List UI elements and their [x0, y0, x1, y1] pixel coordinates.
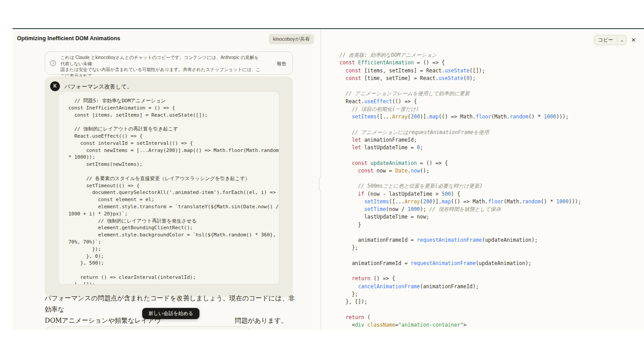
copy-button-group: コピー ⌄	[594, 35, 627, 45]
shared-by-badge: kinocoboyが共有	[269, 34, 314, 44]
code-line: document.querySelectorAll('.animated-ite…	[68, 189, 279, 196]
code-line: animationFrameId = requestAnimationFrame…	[339, 260, 635, 267]
chat-header: Optimizing Inefficient DOM Animations ki…	[13, 29, 321, 49]
code-line: cancelAnimationFrame(animationFrameId);	[339, 283, 635, 290]
code-line	[339, 306, 635, 313]
user-code-block: // 問題5: 非効率なDOMアニメーションconst InefficientA…	[58, 91, 280, 285]
code-line: const [items, setItems] = React.useState…	[339, 67, 635, 75]
code-line: React.useEffect(() => {	[68, 133, 279, 140]
code-line: return () => {	[339, 275, 635, 282]
code-line: // 改善版: 効率的なDOMアニメーション	[339, 51, 635, 59]
code-line: 1000 + i) * 20}px)`;	[68, 210, 279, 218]
code-line: // 項目の初期化(一度だけ)	[339, 105, 635, 113]
code-line: };	[339, 244, 635, 252]
artifact-preview-card[interactable]	[45, 326, 250, 330]
new-chat-button[interactable]: 新しい会話を始める	[142, 308, 199, 319]
code-line: }, []);	[68, 281, 279, 285]
page-title: Optimizing Inefficient DOM Animations	[17, 35, 120, 42]
code-line: let animationFrameId;	[339, 136, 635, 144]
code-line: // 強制的にレイアウトの再計算を引き起こす	[68, 126, 279, 133]
artifact-toolbar: コピー ⌄ ✕	[594, 34, 636, 45]
assistant-line2-post: 問題があります。	[235, 317, 288, 324]
code-line: const element = el;	[68, 196, 279, 203]
chat-panel: Optimizing Inefficient DOM Animations ki…	[13, 29, 321, 330]
code-line: element.style.backgroundColor = `hsl(${M…	[68, 232, 279, 239]
code-line: const newItems = [...Array(200)].map(() …	[68, 147, 279, 154]
code-line: };	[339, 290, 635, 298]
code-line: setTimeout(() => {	[68, 182, 279, 189]
code-line	[339, 175, 635, 182]
code-line: }	[339, 221, 635, 229]
code-line: React.useEffect(() => {	[339, 98, 635, 105]
code-line	[339, 152, 635, 159]
code-line: setItems(newItems);	[68, 161, 279, 168]
code-line: const updateAnimation = () => {	[339, 160, 635, 167]
code-line: });	[68, 246, 279, 253]
code-line: return (	[339, 314, 635, 321]
disclaimer-line: これは Claude とkinocoboyさんとのチャットのコピーです。コンテン…	[60, 55, 262, 67]
code-line: const InefficientAnimation = () => {	[68, 105, 279, 112]
artifact-code-view: // 改善版: 効率的なDOMアニメーションconst EfficientAni…	[339, 51, 635, 330]
screenshot-canvas: Optimizing Inefficient DOM Animations ki…	[0, 0, 644, 362]
code-line: setTime(now / 1000); // 現在時間を状態として保存	[339, 206, 635, 213]
code-line	[68, 118, 279, 126]
code-line	[68, 168, 279, 175]
code-line: const intervalId = setInterval(() => {	[68, 140, 279, 147]
user-message-text: パフォーマンス改善して。	[64, 83, 132, 91]
code-line: }, []);	[339, 298, 635, 306]
info-icon: i	[50, 60, 56, 66]
code-line	[68, 267, 279, 274]
disclaimer-banner: i これは Claude とkinocoboyさんとのチャットのコピーです。コン…	[45, 51, 293, 75]
claude-shared-chat-window: Optimizing Inefficient DOM Animations ki…	[13, 28, 644, 330]
code-line	[339, 267, 635, 275]
code-line	[339, 121, 635, 128]
code-line: // 強制的にレイアウト再計算を発生させる	[68, 218, 279, 225]
code-line: setItems([...Array(200)].map(() => Math.…	[339, 113, 635, 121]
code-line: {items.map((item, index) => (	[339, 329, 635, 330]
copy-button[interactable]: コピー	[594, 35, 618, 45]
code-line	[339, 252, 635, 260]
code-line	[339, 82, 635, 90]
code-line: // 各要素のスタイルを直接変更（レイアウスラッシングを引き起こす）	[68, 175, 279, 182]
artifact-panel: コピー ⌄ ✕ // 改善版: 効率的なDOMアニメーションconst Effi…	[321, 29, 644, 330]
code-line: element.style.transform = `translateY(${…	[68, 203, 279, 210]
code-line: const [time, setTime] = React.useState(0…	[339, 75, 635, 82]
code-line: // アニメーションにはrequestAnimationFrameを使用	[339, 129, 635, 136]
code-line: }, 500);	[68, 260, 279, 267]
avatar: K	[50, 81, 60, 91]
code-line: <div className="animation-container">	[339, 321, 635, 329]
code-line: 70%, 70%)`;	[68, 239, 279, 246]
code-line: animationFrameId = requestAnimationFrame…	[339, 236, 635, 244]
code-line: // 500msごとに色と位置を更新(必要な時だけ更新)	[339, 182, 635, 190]
close-icon[interactable]: ✕	[631, 37, 636, 43]
user-message: K パフォーマンス改善して。 // 問題5: 非効率なDOMアニメーションcon…	[45, 76, 293, 297]
chevron-down-icon[interactable]: ⌄	[617, 35, 626, 45]
code-line: const [items, setItems] = React.useState…	[68, 112, 279, 119]
code-line: const now = Date.now();	[339, 167, 635, 175]
code-line: // 問題5: 非効率なDOMアニメーション	[68, 97, 279, 105]
report-link[interactable]: 報告	[277, 61, 286, 67]
code-line: const EfficientAnimation = () => {	[339, 59, 635, 67]
code-line: if (now - lastUpdateTime > 500) {	[339, 190, 635, 198]
code-line: * 1000));	[68, 154, 279, 161]
code-line: element.getBoundingClientRect();	[68, 224, 279, 232]
code-line	[339, 229, 635, 236]
code-line: setItems([...Array(200)].map(() => Math.…	[339, 198, 635, 206]
code-line: // アニメーションフレームを使用して効率的に更新	[339, 90, 635, 97]
code-line: lastUpdateTime = now;	[339, 213, 635, 221]
code-line: }, 0);	[68, 253, 279, 260]
code-line: return () => clearInterval(intervalId);	[68, 274, 279, 281]
code-line: let lastUpdateTime = 0;	[339, 144, 635, 152]
